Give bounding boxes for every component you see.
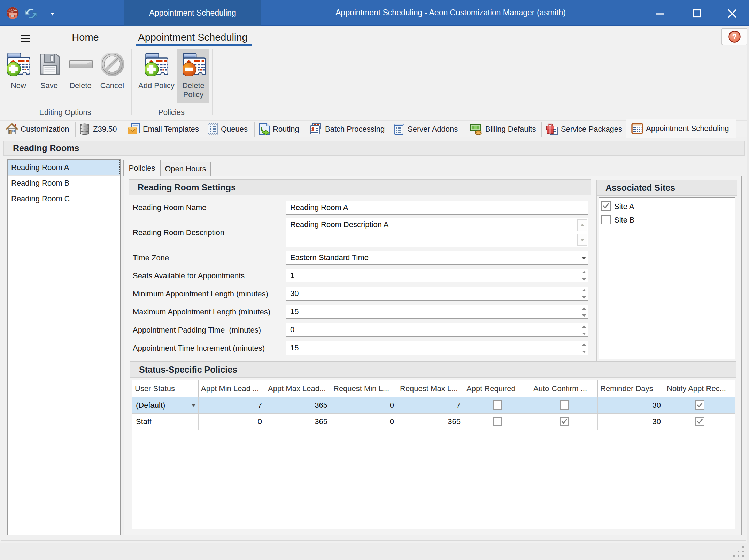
svg-text:?: ?: [732, 32, 737, 41]
